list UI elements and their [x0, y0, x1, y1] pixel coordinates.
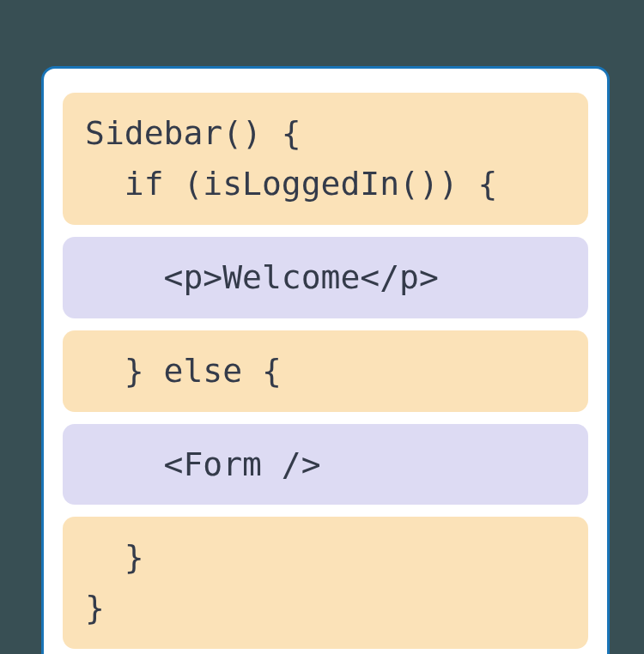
code-card: Sidebar() { if (isLoggedIn()) { <p>Welco…: [41, 66, 610, 654]
code-block-jsx: <Form />: [63, 424, 588, 506]
code-block-js: Sidebar() { if (isLoggedIn()) {: [63, 93, 588, 225]
code-block-js: } else {: [63, 330, 588, 412]
code-block-jsx: <p>Welcome</p>: [63, 237, 588, 318]
code-block-js: } }: [63, 517, 588, 649]
